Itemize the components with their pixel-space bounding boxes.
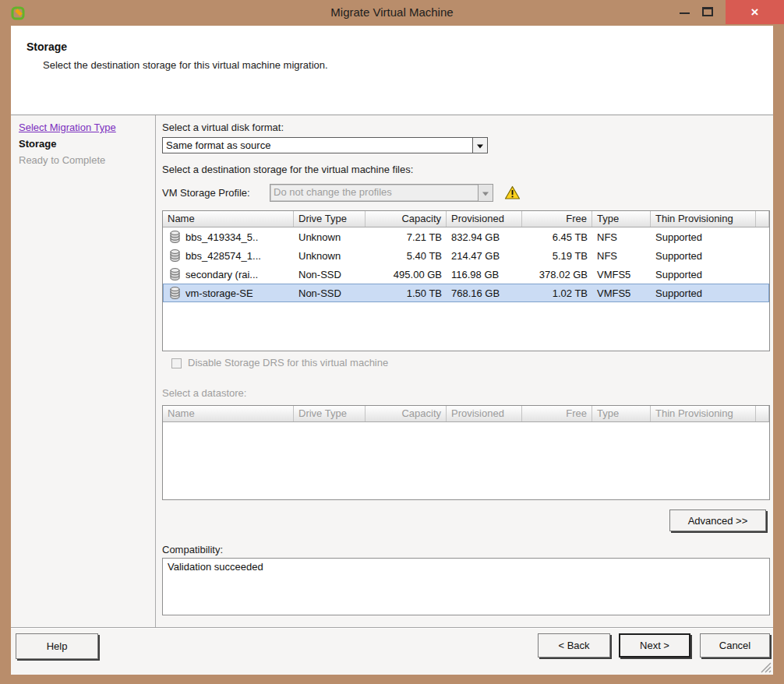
titlebar: Migrate Virtual Machine ×	[0, 0, 784, 26]
cell-free: 1.02 TB	[522, 287, 592, 299]
column-header-thin-provisioning[interactable]: Thin Provisioning	[651, 211, 756, 227]
datastore-name: bbs_428574_1...	[185, 250, 261, 262]
column-header-thin-provisioning: Thin Provisioning	[651, 406, 756, 421]
page-title: Storage	[26, 41, 67, 53]
cell-type: NFS	[592, 250, 651, 262]
dialog-body: Storage Select the destination storage f…	[11, 26, 773, 675]
cell-capacity: 5.40 TB	[366, 250, 447, 262]
datastore-icon	[170, 249, 180, 262]
minimize-button[interactable]	[675, 0, 695, 24]
cell-free: 6.45 TB	[522, 231, 592, 243]
dialog-footer: Help < Back Next > Cancel	[11, 627, 773, 675]
wizard-steps-sidebar: Select Migration Type Storage Ready to C…	[11, 115, 156, 627]
datastore-icon	[170, 287, 180, 299]
help-button[interactable]: Help	[16, 633, 98, 659]
table-row[interactable]: secondary (rai... Non-SSD 495.00 GB 116.…	[163, 265, 769, 284]
page-subtitle: Select the destination storage for this …	[43, 59, 328, 71]
compatibility-text: Validation succeeded	[168, 561, 263, 573]
column-header-provisioned[interactable]: Provisioned	[447, 211, 522, 227]
column-header-name[interactable]: Name	[163, 211, 294, 227]
advanced-button[interactable]: Advanced >>	[669, 509, 766, 531]
column-header-capacity: Capacity	[366, 406, 447, 421]
datastore-name: bbs_419334_5..	[185, 231, 258, 243]
disk-format-label: Select a virtual disk format:	[162, 122, 284, 133]
column-header-filler	[756, 211, 769, 227]
cell-thin-provisioning: Supported	[651, 287, 756, 299]
cell-type: VMFS5	[592, 269, 651, 280]
column-header-drive-type: Drive Type	[294, 406, 366, 421]
cell-free: 5.19 TB	[522, 250, 592, 262]
compatibility-label: Compatibility:	[162, 544, 223, 555]
cell-drive-type: Non-SSD	[294, 287, 366, 299]
sub-datastore-table: Name Drive Type Capacity Provisioned Fre…	[162, 405, 770, 500]
datastore-icon	[170, 231, 180, 243]
resize-grip[interactable]	[761, 662, 772, 673]
cancel-button[interactable]: Cancel	[700, 633, 770, 658]
disable-storage-drs-label: Disable Storage DRS for this virtual mac…	[188, 357, 388, 368]
cell-free: 378.02 GB	[522, 269, 592, 280]
cell-drive-type: Non-SSD	[294, 269, 366, 280]
column-header-filler	[756, 406, 769, 421]
destination-storage-label: Select a destination storage for the vir…	[162, 164, 413, 175]
cell-thin-provisioning: Supported	[651, 231, 756, 243]
cell-provisioned: 116.98 GB	[447, 269, 522, 280]
cell-provisioned: 768.16 GB	[447, 287, 522, 299]
disk-format-select[interactable]: Same format as source	[162, 137, 488, 153]
disk-format-value: Same format as source	[163, 138, 472, 153]
select-datastore-label: Select a datastore:	[162, 387, 246, 399]
table-row[interactable]: bbs_419334_5.. Unknown 7.21 TB 832.94 GB…	[163, 227, 769, 246]
cell-provisioned: 214.47 GB	[447, 250, 522, 262]
table-row[interactable]: bbs_428574_1... Unknown 5.40 TB 214.47 G…	[163, 246, 769, 265]
wizard-content: Select a virtual disk format: Same forma…	[157, 115, 773, 627]
cell-capacity: 7.21 TB	[366, 231, 447, 243]
cell-drive-type: Unknown	[294, 250, 366, 262]
column-header-free[interactable]: Free	[522, 211, 592, 227]
table-header: Name Drive Type Capacity Provisioned Fre…	[163, 211, 769, 227]
disable-storage-drs-checkbox	[171, 358, 182, 368]
close-icon: ×	[751, 5, 759, 20]
cell-type: NFS	[592, 231, 651, 243]
vm-storage-profile-label: VM Storage Profile:	[162, 187, 250, 199]
cell-drive-type: Unknown	[294, 231, 366, 243]
chevron-down-icon	[482, 192, 489, 196]
vm-storage-profile-value: Do not change the profiles	[270, 185, 478, 201]
compatibility-box: Validation succeeded	[162, 558, 770, 615]
sidebar-item-storage: Storage	[19, 138, 56, 150]
disk-format-dropdown-button[interactable]	[472, 138, 487, 153]
cell-provisioned: 832.94 GB	[447, 231, 522, 243]
minimize-icon	[680, 12, 690, 14]
column-header-free: Free	[522, 406, 592, 421]
vm-storage-profile-select: Do not change the profiles	[270, 184, 493, 202]
table-header: Name Drive Type Capacity Provisioned Fre…	[163, 406, 769, 422]
column-header-capacity[interactable]: Capacity	[366, 211, 447, 227]
table-row-selected[interactable]: vm-storage-SE Non-SSD 1.50 TB 768.16 GB …	[163, 284, 769, 302]
cell-capacity: 495.00 GB	[366, 269, 447, 280]
datastore-icon	[170, 268, 180, 280]
column-header-type[interactable]: Type	[592, 211, 651, 227]
migrate-vm-dialog: Migrate Virtual Machine × Storage Select…	[0, 0, 784, 684]
back-button[interactable]: < Back	[538, 633, 610, 658]
vm-storage-profile-dropdown-button	[478, 185, 493, 201]
wizard-header: Storage Select the destination storage f…	[11, 26, 773, 115]
maximize-icon	[702, 7, 713, 16]
cell-thin-provisioning: Supported	[651, 269, 756, 280]
close-button[interactable]: ×	[726, 0, 784, 24]
column-header-provisioned: Provisioned	[447, 406, 522, 421]
cell-type: VMFS5	[592, 287, 651, 299]
datastore-name: secondary (rai...	[185, 269, 258, 280]
column-header-name: Name	[163, 406, 294, 421]
sidebar-item-ready-to-complete: Ready to Complete	[19, 154, 105, 166]
column-header-drive-type[interactable]: Drive Type	[294, 211, 366, 227]
destination-storage-table: Name Drive Type Capacity Provisioned Fre…	[162, 210, 770, 351]
datastore-name: vm-storage-SE	[185, 287, 253, 299]
next-button[interactable]: Next >	[619, 633, 690, 658]
cell-capacity: 1.50 TB	[366, 287, 447, 299]
warning-icon	[504, 185, 521, 200]
window-title: Migrate Virtual Machine	[0, 5, 784, 19]
wizard-body: Select Migration Type Storage Ready to C…	[11, 115, 773, 627]
cell-thin-provisioning: Supported	[651, 250, 756, 262]
column-header-type: Type	[592, 406, 651, 421]
chevron-down-icon	[477, 144, 483, 148]
maximize-button[interactable]	[698, 0, 719, 24]
sidebar-item-select-migration-type[interactable]: Select Migration Type	[19, 122, 116, 133]
